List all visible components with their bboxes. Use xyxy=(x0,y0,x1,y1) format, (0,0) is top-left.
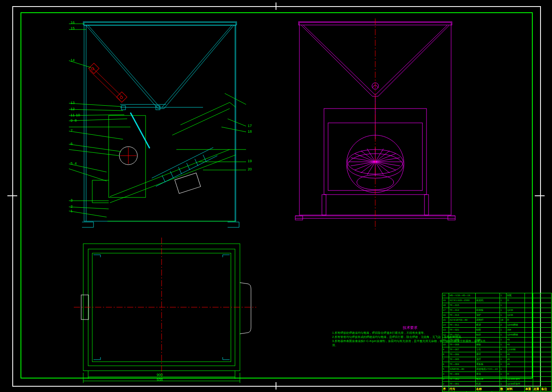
hdr-name: 名称 xyxy=(476,387,500,391)
dim-width: 900 xyxy=(157,373,163,377)
bom-row: 17TF—014箱体板1Q235 xyxy=(443,308,551,313)
bom-row: 15XZ.5/18703—89调整杆18外 xyxy=(443,318,551,323)
hdr-code: 代号 xyxy=(449,387,476,391)
callout-10: 10 xyxy=(76,113,80,117)
hdr-note: 备注 xyxy=(541,387,551,391)
callout-19: 19 xyxy=(248,159,252,163)
callout-5: 5 xyxy=(71,161,73,165)
bom-row: 16TF—013顶护1Q235 xyxy=(443,313,551,318)
bom-row: 10TF—008侧板145 xyxy=(443,342,551,347)
bom-row: 19XZ.5/1.618—2330减速机1外 xyxy=(443,298,551,303)
bom-row: 8TF—006撑杆145 xyxy=(443,352,551,357)
bom-table: 20M5—V18—45—191装配19XZ.5/1.618—2330减速机1外1… xyxy=(442,293,552,392)
hdr-mat: 材料 xyxy=(506,387,525,391)
callout-9: 9 xyxy=(71,118,73,122)
hdr-w1: 单重 xyxy=(525,387,533,391)
callout-13: 13 xyxy=(71,101,75,105)
callout-17: 17 xyxy=(248,124,252,128)
center-mark-left xyxy=(7,195,17,196)
callout-14: 14 xyxy=(71,58,75,62)
callout-12: 12 xyxy=(71,107,75,111)
bom-row: 7TF—005连杆145 xyxy=(443,357,551,362)
bom-row: 18TF—0151 xyxy=(443,303,551,308)
callout-20: 20 xyxy=(248,167,252,171)
callout-18: 18 xyxy=(248,129,252,134)
bom-row: 13TF—021轴套135# xyxy=(443,328,551,333)
callout-11: 11 xyxy=(71,113,75,117)
bom-row: 5XZMF05—80调速电机×YVC—101 xyxy=(443,367,551,372)
callout-8: 8 xyxy=(75,118,77,122)
title-block-area: 20M5—V18—45—191装配19XZ.5/1.618—2330减速机1外1… xyxy=(442,293,552,392)
hdr-w2: 总重 xyxy=(533,387,541,391)
callout-7: 7 xyxy=(71,129,73,133)
callout-16: 16 xyxy=(71,20,75,25)
bom-row: 6TF—004底板板145 xyxy=(443,362,551,367)
center-mark-top xyxy=(276,2,276,10)
callout-6: 6 xyxy=(71,142,73,146)
bom-row: 20M5—V18—45—191装配 xyxy=(443,293,551,298)
hdr-qty: 数量 xyxy=(500,387,506,391)
center-mark-bottom xyxy=(276,382,276,390)
bom-row: 14TF—011横梁2Q345槽钢 xyxy=(443,323,551,328)
callout-3: 3 xyxy=(71,198,73,202)
callout-15: 15 xyxy=(71,26,75,30)
bom-row: 11TF—009挡板145 xyxy=(443,338,551,342)
cad-drawing-page: 16 15 14 13 12 11 10 9 8 7 6 5 4 3 2 1 1… xyxy=(0,0,552,392)
bom-row: 3TF—002电机座1Q235焊接件 xyxy=(443,377,551,382)
bom-header-row: 序号 代号 名称 数量 材料 单重 总重 备注 xyxy=(443,387,551,392)
center-mark-right xyxy=(535,195,545,196)
callout-1: 1 xyxy=(71,209,73,213)
callout-2: 2 xyxy=(71,204,73,208)
bom-row: 9TF—007立柱4Q160钢 xyxy=(443,347,551,352)
hdr-no: 序号 xyxy=(443,387,449,391)
callout-4: 4 xyxy=(75,161,77,165)
dim-width2: 938 xyxy=(157,378,163,382)
bom-row: 2TF—001机架1Q235焊接件 xyxy=(443,382,551,387)
bom-row: 12TF—010轴承1Q345槽钢 xyxy=(443,333,551,338)
bom-row: 4TF—003滑块1外 xyxy=(443,372,551,377)
